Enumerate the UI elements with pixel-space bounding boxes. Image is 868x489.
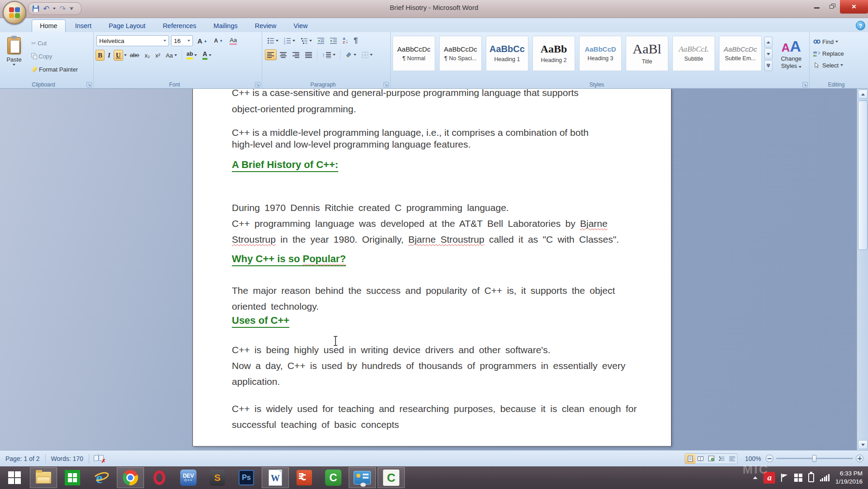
styles-scroll-down[interactable] (764, 48, 772, 59)
shrink-font-button[interactable]: A▼ (212, 35, 225, 46)
increase-indent-button[interactable] (328, 35, 340, 46)
tab-references[interactable]: References (155, 20, 204, 32)
zoom-in-icon[interactable] (856, 455, 863, 462)
style-no-spacing[interactable]: AaBbCcDc¶ No Spaci... (439, 36, 482, 71)
taskbar-camtasia-recorder[interactable]: C (378, 467, 405, 488)
clear-formatting-button[interactable]: Aa (227, 35, 239, 46)
close-button[interactable]: × (840, 0, 868, 14)
minimize-button[interactable] (809, 0, 825, 12)
style-normal[interactable]: AaBbCcDc¶ Normal (393, 36, 435, 71)
taskbar-clock[interactable]: 6:33 PM 1/19/2016 (835, 470, 863, 486)
bold-button[interactable]: B (96, 50, 105, 61)
font-size-combo[interactable]: 16 (171, 35, 193, 46)
change-case-button[interactable]: Aa (163, 50, 179, 61)
tab-insert[interactable]: Insert (67, 20, 99, 32)
tab-view[interactable]: View (286, 20, 315, 32)
start-button[interactable] (1, 467, 28, 488)
taskbar-sublime-text[interactable]: S (204, 467, 231, 488)
borders-button[interactable] (360, 49, 375, 60)
battery-icon[interactable] (808, 473, 814, 482)
document-page[interactable]: C++ is a case-sensitive and general-purp… (192, 89, 671, 446)
format-painter-button[interactable]: Format Painter (29, 64, 80, 75)
web-layout-view-icon[interactable] (706, 454, 716, 464)
decrease-indent-button[interactable] (315, 35, 327, 46)
highlight-button[interactable]: ab (184, 50, 200, 61)
superscript-button[interactable]: x² (153, 50, 163, 61)
tab-home[interactable]: Home (32, 19, 66, 32)
style-heading-3[interactable]: AaBbCcDHeading 3 (579, 36, 622, 71)
grow-font-button[interactable]: A▲ (195, 35, 210, 46)
taskbar-photoshop[interactable]: Ps (233, 467, 260, 488)
tab-mailings[interactable]: Mailings (206, 20, 245, 32)
multilevel-list-button[interactable] (298, 35, 314, 46)
restore-button[interactable] (825, 0, 840, 12)
fullscreen-reading-view-icon[interactable] (695, 454, 706, 464)
subscript-button[interactable]: x₂ (143, 50, 153, 61)
line-spacing-button[interactable]: ↕ (320, 49, 338, 60)
align-center-button[interactable] (278, 49, 289, 60)
underline-button[interactable]: U (114, 50, 123, 61)
taskbar-internet-explorer[interactable]: e (88, 467, 115, 488)
word-count[interactable]: Words: 170 (46, 455, 89, 462)
bullets-button[interactable] (265, 35, 281, 46)
outline-view-icon[interactable] (716, 454, 727, 464)
style-subtle-emphasis[interactable]: AaBbCcDcSubtle Em... (719, 36, 762, 71)
clipboard-dialog-launcher-icon[interactable]: ↘ (86, 82, 92, 87)
draft-view-icon[interactable] (727, 454, 737, 464)
style-title[interactable]: AaBlTitle (626, 36, 668, 71)
taskbar-chrome[interactable] (117, 467, 144, 488)
proofing-errors-icon[interactable]: ✗ (94, 455, 104, 462)
style-heading-1[interactable]: AaBbCcHeading 1 (486, 36, 528, 71)
copy-button[interactable]: Copy (29, 51, 80, 62)
taskbar-opera[interactable] (146, 467, 173, 488)
italic-button[interactable]: I (106, 50, 113, 61)
scroll-up-icon[interactable] (858, 90, 868, 99)
taskbar-file-explorer[interactable] (30, 467, 57, 488)
print-layout-view-icon[interactable] (685, 454, 695, 464)
underline-dropdown-icon[interactable] (124, 54, 127, 56)
paragraph-dialog-launcher-icon[interactable]: ↘ (384, 82, 389, 87)
paste-button[interactable]: Paste (2, 34, 26, 77)
change-styles-button[interactable]: AA Change Styles (775, 36, 807, 79)
select-button[interactable]: Select (811, 59, 861, 71)
find-button[interactable]: Find (811, 36, 861, 48)
styles-gallery-more[interactable] (764, 60, 772, 71)
taskbar-word[interactable]: W (262, 467, 289, 488)
taskbar-powerpoint[interactable] (291, 467, 318, 488)
cut-button[interactable]: ✂ Cut (29, 38, 80, 48)
font-color-button[interactable]: A (200, 50, 213, 61)
align-right-button[interactable] (290, 49, 302, 60)
taskbar-dev-cpp[interactable]: DEVC++ (175, 467, 202, 488)
show-marks-button[interactable]: ¶ (351, 35, 360, 46)
help-icon[interactable]: ? (856, 21, 865, 30)
action-center-flag-icon[interactable] (781, 474, 788, 482)
windows-tray-icon[interactable] (794, 474, 802, 482)
replace-button[interactable]: ab ac Replace (811, 48, 861, 59)
numbering-button[interactable]: 123 (282, 35, 297, 46)
zoom-out-icon[interactable] (766, 455, 773, 462)
zoom-level[interactable]: 100% (745, 455, 761, 462)
vertical-scrollbar[interactable] (857, 89, 868, 450)
taskbar-display-settings[interactable] (349, 467, 376, 488)
styles-dialog-launcher-icon[interactable]: ↘ (802, 82, 808, 87)
sort-button[interactable]: A Z ↓ (340, 35, 350, 46)
style-heading-2[interactable]: AaBbHeading 2 (532, 36, 575, 71)
taskbar-camtasia-studio[interactable]: C (320, 467, 347, 488)
zoom-slider[interactable] (776, 458, 853, 459)
styles-scroll-up[interactable] (764, 37, 772, 48)
shading-button[interactable] (343, 49, 359, 60)
office-button[interactable] (3, 1, 26, 24)
taskbar-windows-store[interactable] (59, 467, 86, 488)
scroll-down-icon[interactable] (858, 440, 868, 449)
zoom-slider-handle[interactable] (812, 455, 816, 462)
font-dialog-launcher-icon[interactable]: ↘ (255, 82, 260, 87)
strikethrough-button[interactable]: abe (128, 50, 142, 61)
scrollbar-thumb[interactable] (858, 101, 868, 250)
page-indicator[interactable]: Page: 1 of 2 (0, 455, 45, 462)
style-subtitle[interactable]: AaBbCcLSubtitle (672, 36, 715, 71)
tab-page-layout[interactable]: Page Layout (101, 20, 153, 32)
justify-button[interactable] (303, 49, 315, 60)
tab-review[interactable]: Review (247, 20, 284, 32)
align-left-button[interactable] (265, 49, 277, 60)
font-name-combo[interactable]: Helvetica (96, 35, 169, 46)
